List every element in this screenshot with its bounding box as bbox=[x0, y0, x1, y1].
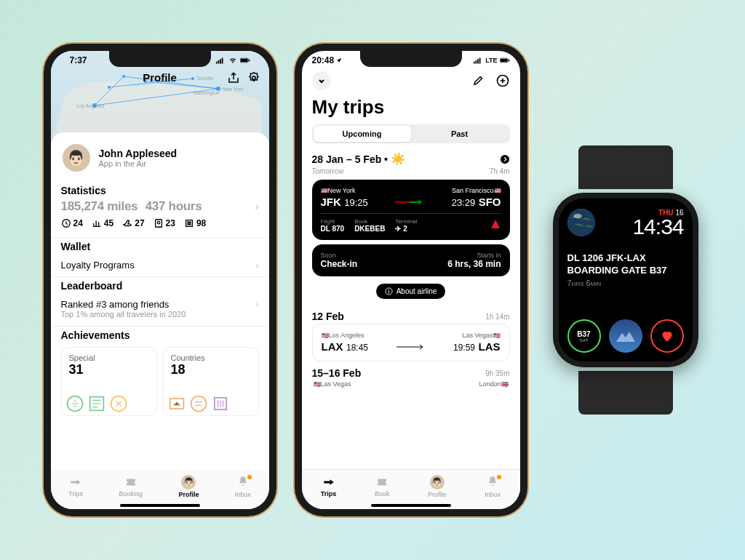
status-time: 20:48 bbox=[312, 55, 335, 65]
chevron-right-icon: › bbox=[255, 299, 258, 310]
watch-band bbox=[578, 145, 673, 189]
phone-trips: 20:48 LTE My trips Upcoming Past 28 Jan … bbox=[295, 44, 527, 516]
trip-sub-right: 7h 4m bbox=[490, 167, 510, 175]
stat-item: 98 bbox=[184, 218, 206, 228]
stamp-icon bbox=[210, 393, 231, 414]
achievement-countries[interactable]: Countries 18 bbox=[163, 347, 259, 416]
stamp-icon bbox=[167, 393, 187, 414]
heart-icon bbox=[660, 329, 674, 343]
tab-book[interactable]: Book bbox=[375, 476, 390, 497]
stat-item: 24 bbox=[61, 218, 83, 228]
wifi-icon bbox=[228, 55, 238, 65]
stamp-icon bbox=[65, 393, 85, 414]
avatar-icon: 👨🏻 bbox=[181, 475, 196, 489]
tab-inbox[interactable]: Inbox bbox=[235, 475, 251, 498]
heart-complication[interactable] bbox=[650, 319, 684, 353]
chevron-right-icon: › bbox=[255, 200, 258, 213]
stat-icons-row: 24 45 27 23 98 bbox=[51, 218, 269, 238]
chart-icon bbox=[92, 218, 102, 228]
trip3-date-row: 15–16 Feb 9h 35m bbox=[312, 367, 510, 379]
segmented-control: Upcoming Past bbox=[312, 124, 510, 143]
statistics-row[interactable]: 185,274 miles 437 hours › bbox=[51, 198, 269, 218]
tab-inbox[interactable]: Inbox bbox=[485, 475, 501, 498]
signal-icon bbox=[215, 55, 226, 65]
flight-card-main[interactable]: 🇺🇸New York San Francisco🇺🇸 JFK 19:25 23:… bbox=[312, 180, 510, 240]
user-name: John Appleseed bbox=[99, 148, 178, 159]
tab-booking[interactable]: Booking bbox=[119, 476, 143, 497]
about-airline-chip[interactable]: About airline bbox=[376, 284, 446, 299]
svg-point-35 bbox=[573, 214, 582, 218]
collapse-button[interactable] bbox=[312, 71, 331, 90]
stamp-icon bbox=[87, 393, 107, 414]
arrow-icon bbox=[395, 199, 424, 205]
stat-item: 23 bbox=[154, 218, 175, 228]
tab-bar: Trips Booking 👨🏻 Profile Inbox bbox=[51, 469, 269, 509]
chevron-circle-icon bbox=[500, 154, 510, 164]
watch-band bbox=[578, 371, 673, 415]
plane-icon bbox=[322, 476, 336, 489]
page-title: Profile bbox=[143, 71, 177, 84]
avatar-icon: 👨🏻 bbox=[430, 475, 445, 489]
trip-sub-left: Tomorrow bbox=[312, 167, 344, 175]
leaderboard-sub: Top 1% among all travelers in 2020 bbox=[51, 310, 269, 327]
ticket-icon bbox=[124, 476, 138, 489]
notch bbox=[109, 51, 211, 67]
weather-complication[interactable] bbox=[609, 319, 642, 353]
flag-us-icon: 🇺🇸 bbox=[493, 332, 501, 339]
home-indicator[interactable] bbox=[120, 504, 200, 507]
chevron-right-icon: › bbox=[255, 260, 258, 271]
segment-upcoming[interactable]: Upcoming bbox=[314, 126, 411, 142]
trips-content: My trips Upcoming Past 28 Jan – 5 Feb • … bbox=[302, 67, 520, 467]
trip-date-row[interactable]: 28 Jan – 5 Feb • ☀️ bbox=[312, 152, 510, 166]
watch-case: THU 16 14:34 DL 1206 JFK-LAX BOARDING GA… bbox=[553, 193, 698, 367]
add-icon[interactable] bbox=[495, 73, 510, 88]
edit-icon[interactable] bbox=[472, 73, 485, 87]
tab-profile[interactable]: 👨🏻 Profile bbox=[428, 475, 447, 498]
achievement-special[interactable]: Special 31 bbox=[61, 347, 157, 416]
avatar: 👨🏻 bbox=[61, 143, 92, 173]
checkin-card[interactable]: SoonCheck-in Starts in6 hrs, 36 min bbox=[312, 244, 510, 276]
loyalty-programs-row[interactable]: Loyalty Programs › bbox=[51, 254, 269, 277]
trip2-date-row: 12 Feb 1h 14m bbox=[312, 311, 510, 322]
plane-icon bbox=[68, 476, 83, 489]
stat-hours: 437 hours bbox=[146, 199, 202, 213]
leaderboard-row[interactable]: Ranked #3 among friends › bbox=[51, 293, 269, 310]
svg-rect-27 bbox=[508, 60, 509, 62]
map-city-washington: Washington bbox=[193, 90, 220, 96]
home-indicator[interactable] bbox=[371, 504, 451, 507]
wallet-title: Wallet bbox=[51, 238, 269, 254]
achievements-row: Special 31 Countries 18 bbox=[51, 343, 269, 420]
flight-card-light[interactable]: 🇺🇸Los Angeles Las Vegas🇺🇸 LAX 18:45 19:5… bbox=[312, 324, 510, 361]
plane-icon bbox=[122, 218, 132, 228]
stamp-icon bbox=[108, 393, 129, 414]
svg-rect-1 bbox=[240, 59, 247, 62]
watch-complications: B37 GAT bbox=[567, 319, 684, 353]
ticket-icon bbox=[375, 476, 389, 489]
svg-rect-2 bbox=[248, 60, 249, 62]
earth-complication[interactable] bbox=[567, 209, 595, 236]
user-sub: App in the Air bbox=[99, 159, 178, 168]
notification-dot bbox=[247, 475, 252, 479]
svg-point-23 bbox=[191, 396, 206, 412]
signal-icon bbox=[473, 55, 483, 65]
stat-item: 45 bbox=[92, 218, 113, 228]
tab-profile[interactable]: 👨🏻 Profile bbox=[178, 475, 199, 498]
segment-past[interactable]: Past bbox=[411, 126, 509, 142]
flag-uk-icon: 🇬🇧 bbox=[501, 381, 509, 388]
clock-icon bbox=[61, 218, 71, 228]
achievements-title: Achievements bbox=[51, 327, 269, 343]
watch-flight-info[interactable]: DL 1206 JFK-LAX BOARDING GATE B37 bbox=[567, 252, 684, 277]
user-row[interactable]: 👨🏻 John Appleseed App in the Air bbox=[51, 143, 269, 182]
share-icon[interactable] bbox=[227, 71, 240, 84]
svg-rect-26 bbox=[500, 59, 507, 62]
location-icon bbox=[335, 57, 343, 64]
stat-item: 27 bbox=[122, 218, 144, 228]
tab-trips[interactable]: Trips bbox=[321, 476, 337, 497]
statistics-title: Statistics bbox=[51, 182, 269, 198]
settings-icon[interactable] bbox=[247, 71, 260, 84]
chevron-down-icon bbox=[317, 76, 326, 85]
gate-complication[interactable]: B37 GAT bbox=[567, 319, 601, 353]
stat-miles: 185,274 miles bbox=[61, 199, 138, 213]
profile-content: 👨🏻 John Appleseed App in the Air Statist… bbox=[51, 132, 269, 471]
tab-trips[interactable]: Trips bbox=[68, 476, 83, 497]
